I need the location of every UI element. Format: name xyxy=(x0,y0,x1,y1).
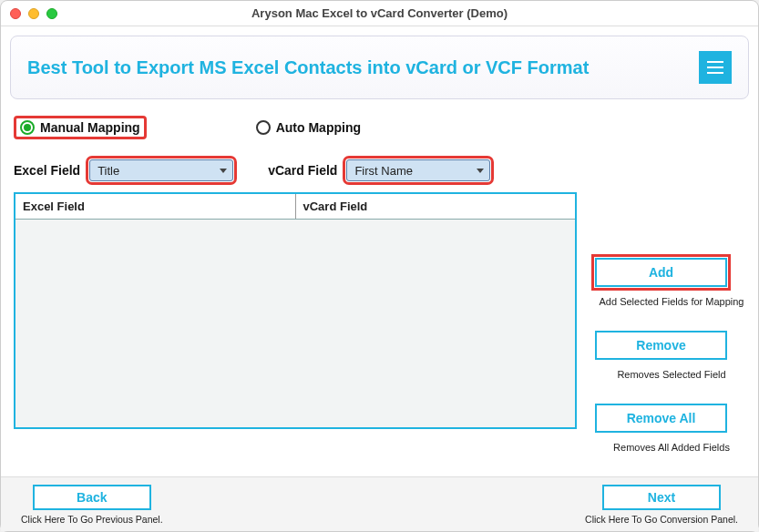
manual-mapping-radio[interactable]: Manual Mapping xyxy=(14,116,147,139)
side-actions: Add Add Selected Fields for Mapping Remo… xyxy=(595,192,748,469)
vcard-field-label: vCard Field xyxy=(268,163,337,178)
auto-mapping-radio[interactable]: Auto Mapping xyxy=(256,116,361,139)
footer: Back Click Here To Go Previous Panel. Ne… xyxy=(1,476,758,531)
manual-mapping-label: Manual Mapping xyxy=(40,120,140,135)
minimize-icon[interactable] xyxy=(28,8,39,19)
titlebar: Aryson Mac Excel to vCard Converter (Dem… xyxy=(1,1,758,26)
radio-selected-icon xyxy=(20,120,35,135)
table-header: Excel Field vCard Field xyxy=(15,194,575,220)
excel-field-select[interactable]: Title xyxy=(89,159,233,181)
excel-field-value: Title xyxy=(97,164,119,178)
mapping-table: Excel Field vCard Field xyxy=(14,192,577,429)
column-header-excel: Excel Field xyxy=(15,194,296,219)
maximize-icon[interactable] xyxy=(46,8,57,19)
vcard-field-value: First Name xyxy=(354,164,413,178)
field-selectors-row: Excel Field Title vCard Field First Name xyxy=(14,159,745,181)
chevron-down-icon xyxy=(477,169,484,173)
mapping-mode-radios: Manual Mapping Auto Mapping xyxy=(14,116,745,139)
chevron-down-icon xyxy=(220,169,227,173)
app-window: Aryson Mac Excel to vCard Converter (Dem… xyxy=(0,0,759,532)
close-icon[interactable] xyxy=(10,8,21,19)
next-hint: Click Here To Go Conversion Panel. xyxy=(585,514,738,525)
table-body[interactable] xyxy=(15,220,575,427)
hamburger-icon xyxy=(707,61,723,63)
add-button[interactable]: Add xyxy=(595,258,727,287)
back-button[interactable]: Back xyxy=(33,485,151,510)
window-controls xyxy=(10,8,57,19)
auto-mapping-label: Auto Mapping xyxy=(276,120,361,135)
add-hint: Add Selected Fields for Mapping xyxy=(595,296,748,307)
main-panel: Manual Mapping Auto Mapping Excel Field … xyxy=(1,99,758,476)
footer-right: Next Click Here To Go Conversion Panel. xyxy=(585,485,738,525)
column-header-vcard: vCard Field xyxy=(296,194,576,219)
window-title: Aryson Mac Excel to vCard Converter (Dem… xyxy=(1,6,758,20)
footer-left: Back Click Here To Go Previous Panel. xyxy=(21,485,163,525)
excel-field-label: Excel Field xyxy=(14,163,80,178)
radio-unselected-icon xyxy=(256,120,271,135)
remove-all-hint: Removes All Added Fields xyxy=(595,442,748,453)
remove-button[interactable]: Remove xyxy=(595,331,727,360)
remove-all-button[interactable]: Remove All xyxy=(595,404,727,433)
page-title: Best Tool to Export MS Excel Contacts in… xyxy=(27,57,589,78)
next-button[interactable]: Next xyxy=(602,485,721,510)
back-hint: Click Here To Go Previous Panel. xyxy=(21,514,163,525)
header-banner: Best Tool to Export MS Excel Contacts in… xyxy=(10,36,749,99)
remove-hint: Removes Selected Field xyxy=(595,369,748,380)
hamburger-menu-button[interactable] xyxy=(699,51,732,84)
table-and-actions: Excel Field vCard Field Add Add Selected… xyxy=(14,192,745,469)
vcard-field-select[interactable]: First Name xyxy=(346,159,490,181)
